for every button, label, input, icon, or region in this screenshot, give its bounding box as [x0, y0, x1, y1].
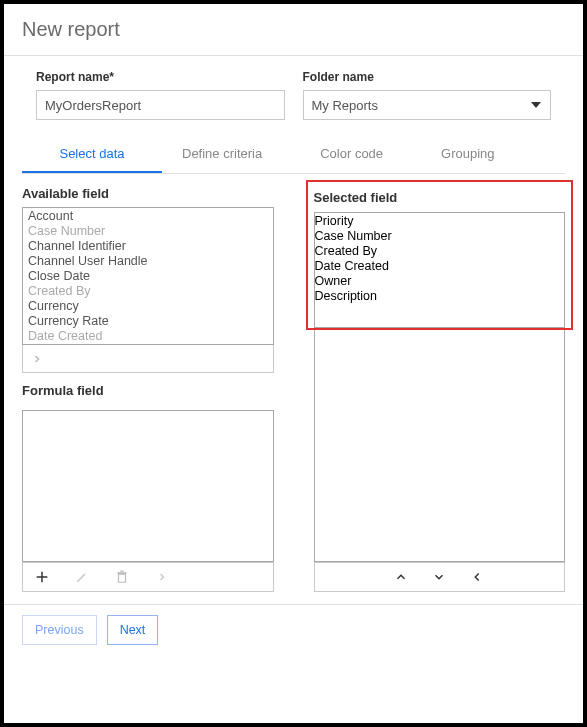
folder-name-select[interactable]: My Reports — [303, 90, 552, 120]
list-item[interactable]: Created By — [23, 284, 273, 299]
selected-field-highlight: Selected field PriorityCase NumberCreate… — [306, 180, 574, 330]
selected-field-label: Selected field — [314, 190, 398, 205]
list-item[interactable]: Case Number — [315, 229, 565, 244]
selected-toolbar — [314, 562, 566, 592]
chevron-right-icon[interactable] — [153, 568, 171, 586]
list-item[interactable]: Date Created — [315, 259, 565, 274]
tab-color-code[interactable]: Color code — [320, 136, 383, 173]
available-field-listbox[interactable]: AccountCase NumberChannel IdentifierChan… — [22, 207, 274, 345]
tab-define-criteria[interactable]: Define criteria — [182, 136, 262, 173]
list-item[interactable]: Priority — [315, 214, 565, 229]
add-icon[interactable] — [33, 568, 51, 586]
tab-grouping[interactable]: Grouping — [441, 136, 494, 173]
list-item[interactable]: Currency Rate — [23, 314, 273, 329]
report-name-input[interactable] — [36, 90, 285, 120]
list-item[interactable]: Created By — [315, 244, 565, 259]
divider — [4, 55, 583, 56]
report-name-label: Report name* — [36, 70, 285, 84]
formula-field-label: Formula field — [22, 383, 274, 398]
chevron-right-icon — [31, 353, 43, 365]
formula-field-listbox[interactable] — [22, 410, 274, 562]
dialog-title: New report — [22, 18, 565, 55]
remove-left-icon[interactable] — [468, 568, 486, 586]
edit-icon[interactable] — [73, 568, 91, 586]
list-item[interactable]: Close Date — [23, 269, 273, 284]
move-down-icon[interactable] — [430, 568, 448, 586]
move-up-icon[interactable] — [392, 568, 410, 586]
formula-toolbar — [22, 562, 274, 592]
list-item[interactable]: Date Created — [23, 329, 273, 344]
list-item[interactable]: Account — [23, 209, 273, 224]
form-row: Report name* Folder name My Reports — [22, 70, 565, 132]
list-item[interactable]: Owner — [315, 274, 565, 289]
available-field-label: Available field — [22, 186, 274, 201]
list-item[interactable]: Currency — [23, 299, 273, 314]
available-expand-button[interactable] — [22, 345, 274, 373]
previous-button[interactable]: Previous — [22, 615, 97, 645]
list-item[interactable]: Channel User Handle — [23, 254, 273, 269]
list-item[interactable]: Channel Identifier — [23, 239, 273, 254]
tab-select-data[interactable]: Select data — [22, 136, 162, 173]
divider — [4, 604, 583, 605]
folder-name-label: Folder name — [303, 70, 552, 84]
delete-icon[interactable] — [113, 568, 131, 586]
selected-field-listbox[interactable]: PriorityCase NumberCreated ByDate Create… — [314, 212, 566, 328]
next-button[interactable]: Next — [107, 615, 159, 645]
list-item[interactable]: Case Number — [23, 224, 273, 239]
list-item[interactable]: Description — [315, 289, 565, 304]
selected-field-listbox-lower[interactable] — [314, 330, 566, 562]
tabs: Select data Define criteria Color code G… — [22, 136, 565, 174]
